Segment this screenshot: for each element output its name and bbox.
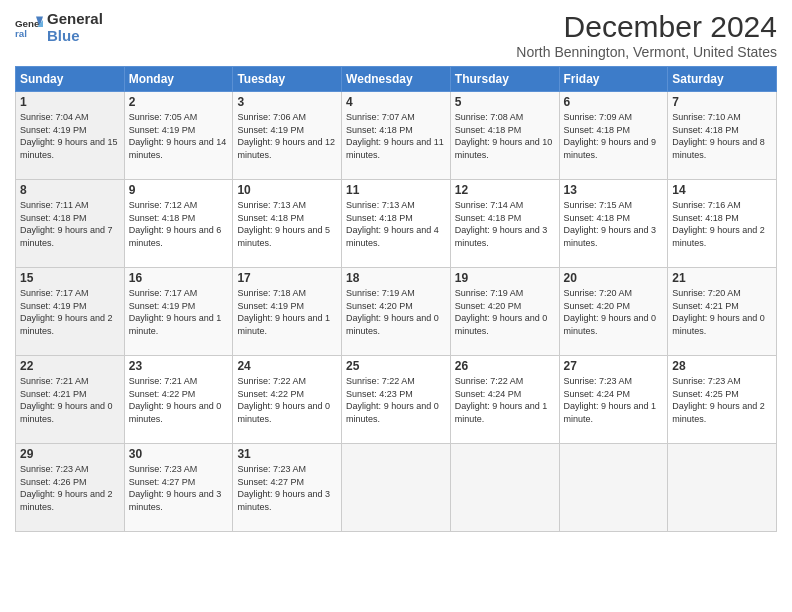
day-number: 13 <box>564 183 664 197</box>
day-number: 28 <box>672 359 772 373</box>
day-number: 11 <box>346 183 446 197</box>
calendar-header-row: Sunday Monday Tuesday Wednesday Thursday… <box>16 67 777 92</box>
day-number: 1 <box>20 95 120 109</box>
day-number: 15 <box>20 271 120 285</box>
cell-content: Sunrise: 7:23 AMSunset: 4:27 PMDaylight:… <box>129 464 222 512</box>
table-row: 31 Sunrise: 7:23 AMSunset: 4:27 PMDaylig… <box>233 444 342 532</box>
cell-content: Sunrise: 7:10 AMSunset: 4:18 PMDaylight:… <box>672 112 765 160</box>
day-number: 22 <box>20 359 120 373</box>
day-number: 5 <box>455 95 555 109</box>
col-thursday: Thursday <box>450 67 559 92</box>
day-number: 9 <box>129 183 229 197</box>
table-row: 28 Sunrise: 7:23 AMSunset: 4:25 PMDaylig… <box>668 356 777 444</box>
col-friday: Friday <box>559 67 668 92</box>
cell-content: Sunrise: 7:20 AMSunset: 4:20 PMDaylight:… <box>564 288 657 336</box>
main-title: December 2024 <box>516 10 777 44</box>
cell-content: Sunrise: 7:13 AMSunset: 4:18 PMDaylight:… <box>346 200 439 248</box>
table-row: 23 Sunrise: 7:21 AMSunset: 4:22 PMDaylig… <box>124 356 233 444</box>
table-row <box>559 444 668 532</box>
table-row: 19 Sunrise: 7:19 AMSunset: 4:20 PMDaylig… <box>450 268 559 356</box>
page: Gene ral General Blue December 2024 Nort… <box>0 0 792 612</box>
table-row: 26 Sunrise: 7:22 AMSunset: 4:24 PMDaylig… <box>450 356 559 444</box>
day-number: 7 <box>672 95 772 109</box>
day-number: 4 <box>346 95 446 109</box>
table-row: 11 Sunrise: 7:13 AMSunset: 4:18 PMDaylig… <box>342 180 451 268</box>
cell-content: Sunrise: 7:22 AMSunset: 4:23 PMDaylight:… <box>346 376 439 424</box>
col-saturday: Saturday <box>668 67 777 92</box>
cell-content: Sunrise: 7:23 AMSunset: 4:25 PMDaylight:… <box>672 376 765 424</box>
table-row: 1 Sunrise: 7:04 AMSunset: 4:19 PMDayligh… <box>16 92 125 180</box>
day-number: 14 <box>672 183 772 197</box>
table-row: 4 Sunrise: 7:07 AMSunset: 4:18 PMDayligh… <box>342 92 451 180</box>
cell-content: Sunrise: 7:22 AMSunset: 4:22 PMDaylight:… <box>237 376 330 424</box>
day-number: 24 <box>237 359 337 373</box>
table-row: 24 Sunrise: 7:22 AMSunset: 4:22 PMDaylig… <box>233 356 342 444</box>
logo-text-general: General <box>47 10 103 27</box>
table-row: 27 Sunrise: 7:23 AMSunset: 4:24 PMDaylig… <box>559 356 668 444</box>
table-row: 20 Sunrise: 7:20 AMSunset: 4:20 PMDaylig… <box>559 268 668 356</box>
table-row: 29 Sunrise: 7:23 AMSunset: 4:26 PMDaylig… <box>16 444 125 532</box>
table-row: 15 Sunrise: 7:17 AMSunset: 4:19 PMDaylig… <box>16 268 125 356</box>
day-number: 23 <box>129 359 229 373</box>
col-wednesday: Wednesday <box>342 67 451 92</box>
day-number: 18 <box>346 271 446 285</box>
logo-icon: Gene ral <box>15 13 43 41</box>
day-number: 12 <box>455 183 555 197</box>
table-row: 30 Sunrise: 7:23 AMSunset: 4:27 PMDaylig… <box>124 444 233 532</box>
day-number: 16 <box>129 271 229 285</box>
table-row: 7 Sunrise: 7:10 AMSunset: 4:18 PMDayligh… <box>668 92 777 180</box>
table-row: 18 Sunrise: 7:19 AMSunset: 4:20 PMDaylig… <box>342 268 451 356</box>
cell-content: Sunrise: 7:09 AMSunset: 4:18 PMDaylight:… <box>564 112 657 160</box>
col-monday: Monday <box>124 67 233 92</box>
cell-content: Sunrise: 7:21 AMSunset: 4:22 PMDaylight:… <box>129 376 222 424</box>
table-row: 17 Sunrise: 7:18 AMSunset: 4:19 PMDaylig… <box>233 268 342 356</box>
day-number: 30 <box>129 447 229 461</box>
svg-text:ral: ral <box>15 28 27 39</box>
cell-content: Sunrise: 7:19 AMSunset: 4:20 PMDaylight:… <box>346 288 439 336</box>
col-tuesday: Tuesday <box>233 67 342 92</box>
cell-content: Sunrise: 7:15 AMSunset: 4:18 PMDaylight:… <box>564 200 657 248</box>
cell-content: Sunrise: 7:23 AMSunset: 4:26 PMDaylight:… <box>20 464 113 512</box>
table-row: 21 Sunrise: 7:20 AMSunset: 4:21 PMDaylig… <box>668 268 777 356</box>
table-row: 3 Sunrise: 7:06 AMSunset: 4:19 PMDayligh… <box>233 92 342 180</box>
cell-content: Sunrise: 7:17 AMSunset: 4:19 PMDaylight:… <box>129 288 222 336</box>
cell-content: Sunrise: 7:23 AMSunset: 4:27 PMDaylight:… <box>237 464 330 512</box>
cell-content: Sunrise: 7:22 AMSunset: 4:24 PMDaylight:… <box>455 376 548 424</box>
day-number: 2 <box>129 95 229 109</box>
cell-content: Sunrise: 7:13 AMSunset: 4:18 PMDaylight:… <box>237 200 330 248</box>
day-number: 8 <box>20 183 120 197</box>
table-row: 8 Sunrise: 7:11 AMSunset: 4:18 PMDayligh… <box>16 180 125 268</box>
day-number: 25 <box>346 359 446 373</box>
table-row: 5 Sunrise: 7:08 AMSunset: 4:18 PMDayligh… <box>450 92 559 180</box>
table-row: 2 Sunrise: 7:05 AMSunset: 4:19 PMDayligh… <box>124 92 233 180</box>
day-number: 10 <box>237 183 337 197</box>
logo: Gene ral General Blue <box>15 10 103 44</box>
day-number: 6 <box>564 95 664 109</box>
table-row: 13 Sunrise: 7:15 AMSunset: 4:18 PMDaylig… <box>559 180 668 268</box>
cell-content: Sunrise: 7:18 AMSunset: 4:19 PMDaylight:… <box>237 288 330 336</box>
day-number: 20 <box>564 271 664 285</box>
table-row: 9 Sunrise: 7:12 AMSunset: 4:18 PMDayligh… <box>124 180 233 268</box>
day-number: 19 <box>455 271 555 285</box>
table-row: 16 Sunrise: 7:17 AMSunset: 4:19 PMDaylig… <box>124 268 233 356</box>
table-row: 12 Sunrise: 7:14 AMSunset: 4:18 PMDaylig… <box>450 180 559 268</box>
header: Gene ral General Blue December 2024 Nort… <box>15 10 777 60</box>
table-row <box>450 444 559 532</box>
table-row <box>668 444 777 532</box>
cell-content: Sunrise: 7:20 AMSunset: 4:21 PMDaylight:… <box>672 288 765 336</box>
cell-content: Sunrise: 7:19 AMSunset: 4:20 PMDaylight:… <box>455 288 548 336</box>
cell-content: Sunrise: 7:07 AMSunset: 4:18 PMDaylight:… <box>346 112 444 160</box>
cell-content: Sunrise: 7:12 AMSunset: 4:18 PMDaylight:… <box>129 200 222 248</box>
cell-content: Sunrise: 7:05 AMSunset: 4:19 PMDaylight:… <box>129 112 227 160</box>
day-number: 3 <box>237 95 337 109</box>
logo-text-blue: Blue <box>47 27 103 44</box>
cell-content: Sunrise: 7:21 AMSunset: 4:21 PMDaylight:… <box>20 376 113 424</box>
col-sunday: Sunday <box>16 67 125 92</box>
table-row: 10 Sunrise: 7:13 AMSunset: 4:18 PMDaylig… <box>233 180 342 268</box>
table-row: 6 Sunrise: 7:09 AMSunset: 4:18 PMDayligh… <box>559 92 668 180</box>
table-row: 14 Sunrise: 7:16 AMSunset: 4:18 PMDaylig… <box>668 180 777 268</box>
day-number: 21 <box>672 271 772 285</box>
cell-content: Sunrise: 7:14 AMSunset: 4:18 PMDaylight:… <box>455 200 548 248</box>
table-row: 25 Sunrise: 7:22 AMSunset: 4:23 PMDaylig… <box>342 356 451 444</box>
cell-content: Sunrise: 7:04 AMSunset: 4:19 PMDaylight:… <box>20 112 118 160</box>
